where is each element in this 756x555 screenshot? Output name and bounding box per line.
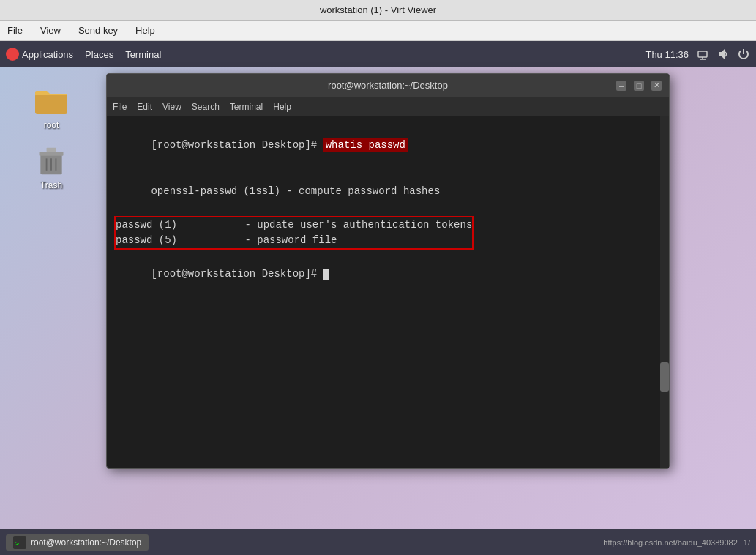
svg-marker-3 <box>719 49 725 59</box>
virt-viewer-titlebar: workstation (1) - Virt Viewer <box>0 0 756 21</box>
speaker-icon <box>716 48 730 61</box>
svg-text:>_: >_ <box>15 540 24 548</box>
desktop-icon-root[interactable]: root <box>34 82 69 130</box>
clock-area: Thu 11:36 <box>645 48 750 61</box>
terminal-content[interactable]: [root@workstation Desktop]# whatis passw… <box>107 116 669 468</box>
menu-help[interactable]: Help <box>132 23 158 37</box>
taskbar-page: 1/ <box>744 538 750 547</box>
clock-text: Thu 11:36 <box>645 49 689 60</box>
terminal-menubar: File Edit View Search Terminal Help <box>107 97 669 116</box>
terminal-minimize-btn[interactable]: – <box>616 81 626 91</box>
terminal-taskbar-icon: >_ <box>13 536 26 549</box>
prompt-2: [root@workstation Desktop]# <box>151 268 323 280</box>
trash-icon-label: Trash <box>40 180 62 190</box>
terminal-label[interactable]: Terminal <box>125 49 161 60</box>
tmenu-edit[interactable]: Edit <box>137 102 152 112</box>
trash-icon <box>35 145 67 177</box>
terminal-scrollbar[interactable] <box>660 116 669 468</box>
menu-view[interactable]: View <box>37 23 64 37</box>
taskbar-url: https://blog.csdn.net/baidu_40389082 <box>603 538 737 547</box>
tmenu-terminal[interactable]: Terminal <box>230 102 263 112</box>
terminal-cursor <box>323 269 329 280</box>
terminal-line-5: [root@workstation Desktop]# <box>114 251 662 297</box>
result-highlight-block: passwd (1) - update user's authenticatio… <box>114 216 474 250</box>
terminal-line-4: passwd (5) - password file <box>116 233 472 248</box>
tmenu-file[interactable]: File <box>113 102 127 112</box>
terminal-maximize-btn[interactable]: □ <box>634 81 644 91</box>
root-icon-label: root <box>44 120 59 130</box>
window-title: workstation (1) - Virt Viewer <box>320 4 436 15</box>
terminal-titlebar: root@workstation:~/Desktop – □ ✕ <box>107 74 669 97</box>
svg-rect-4 <box>35 94 67 114</box>
taskbar-terminal-item[interactable]: >_ root@workstation:~/Desktop <box>6 534 149 551</box>
power-icon <box>737 48 750 61</box>
gnome-top-panel: Applications Places Terminal Thu 11:36 <box>0 41 756 67</box>
taskbar-label: root@workstation:~/Desktop <box>31 537 141 548</box>
tmenu-view[interactable]: View <box>162 102 181 112</box>
tmenu-search[interactable]: Search <box>192 102 220 112</box>
places-label[interactable]: Places <box>85 49 113 60</box>
network-icon <box>696 48 709 61</box>
menu-file[interactable]: File <box>4 23 26 37</box>
command-highlight: whatis passwd <box>323 138 408 152</box>
desktop-icon-trash[interactable]: Trash <box>35 145 67 190</box>
taskbar: >_ root@workstation:~/Desktop https://bl… <box>0 529 756 555</box>
terminal-line-3: passwd (1) - update user's authenticatio… <box>116 217 472 233</box>
tmenu-help[interactable]: Help <box>273 102 291 112</box>
prompt-1: [root@workstation Desktop]# <box>151 139 323 151</box>
terminal-line-1: [root@workstation Desktop]# whatis passw… <box>114 122 662 168</box>
terminal-line-2: openssl-passwd (1ssl) - compute password… <box>114 168 662 215</box>
applications-label[interactable]: Applications <box>22 49 73 60</box>
folder-icon <box>34 82 69 117</box>
redhat-icon <box>6 48 19 61</box>
applications-menu[interactable]: Applications <box>6 48 73 61</box>
svg-rect-0 <box>698 51 707 57</box>
host-menubar: File View Send key Help <box>0 21 756 41</box>
terminal-close-btn[interactable]: ✕ <box>651 81 662 91</box>
menu-sendkey[interactable]: Send key <box>75 23 121 37</box>
svg-rect-6 <box>40 152 64 156</box>
svg-rect-7 <box>47 148 56 152</box>
desktop-area: root Trash <box>0 67 102 529</box>
scrollbar-thumb[interactable] <box>660 362 669 392</box>
terminal-title: root@workstation:~/Desktop <box>328 80 448 91</box>
terminal-window: root@workstation:~/Desktop – □ ✕ File Ed… <box>106 73 670 469</box>
